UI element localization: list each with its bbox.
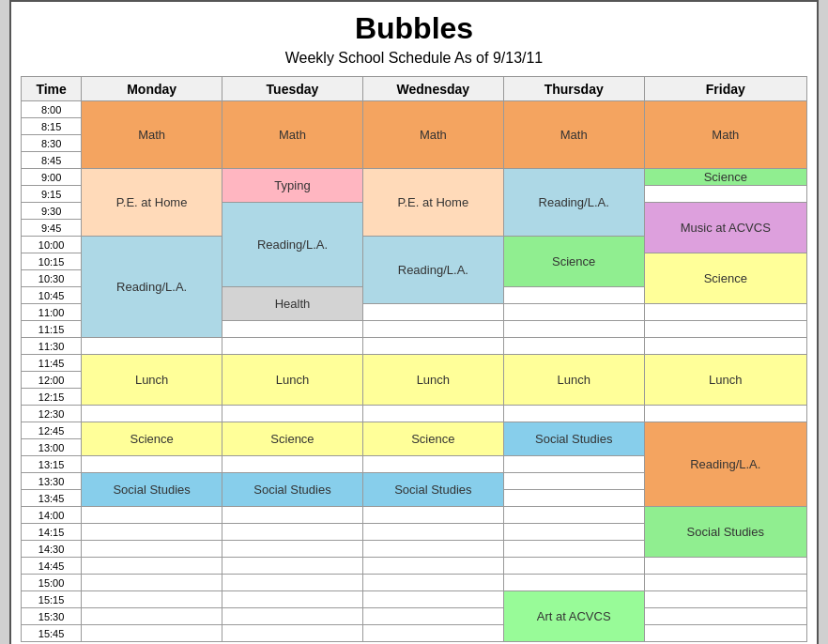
lunch-thursday: Lunch	[503, 355, 644, 406]
art-thursday: Art at ACVCS	[503, 591, 644, 642]
table-row: 11:30	[22, 338, 807, 355]
music-friday: Music at ACVCS	[644, 203, 806, 253]
science-wednesday: Science	[362, 422, 503, 456]
reading-monday: Reading/L.A.	[82, 237, 222, 338]
lunch-friday: Lunch	[644, 355, 806, 406]
col-tuesday: Tuesday	[222, 77, 363, 101]
science-monday: Science	[82, 422, 222, 456]
science-friday-1015: Science	[644, 253, 806, 304]
social-wednesday: Social Studies	[362, 473, 503, 507]
col-thursday: Thursday	[503, 77, 644, 101]
table-row: 9:00 P.E. at Home Typing P.E. at Home Re…	[22, 169, 807, 186]
table-row: 14:00 Social Studies	[22, 507, 807, 524]
science-thursday: Science	[503, 237, 644, 287]
table-row: 11:45 Lunch Lunch Lunch Lunch Lunch	[22, 355, 807, 372]
col-time: Time	[22, 77, 82, 101]
table-row: 15:30	[22, 608, 807, 625]
math-wednesday: Math	[362, 101, 503, 169]
table-row: 14:45	[22, 558, 807, 575]
social-friday: Social Studies	[644, 507, 806, 558]
lunch-tuesday: Lunch	[222, 355, 363, 406]
page-subtitle: Weekly School Schedule As of 9/13/11	[21, 50, 807, 67]
pe-wednesday: P.E. at Home	[362, 169, 503, 237]
table-row: 12:45 Science Science Science Social Stu…	[22, 422, 807, 439]
social-monday: Social Studies	[82, 473, 222, 507]
page: Bubbles Weekly School Schedule As of 9/1…	[9, 0, 819, 644]
reading-friday: Reading/L.A.	[644, 422, 806, 507]
math-monday: Math	[82, 101, 222, 169]
col-friday: Friday	[644, 77, 806, 101]
table-row: 15:00	[22, 575, 807, 591]
health-tuesday: Health	[222, 287, 363, 321]
reading-tuesday: Reading/L.A.	[222, 203, 363, 287]
pe-monday: P.E. at Home	[82, 169, 222, 237]
reading-wednesday: Reading/L.A.	[362, 237, 503, 304]
social-tuesday: Social Studies	[222, 473, 363, 507]
lunch-wednesday: Lunch	[362, 355, 503, 406]
table-row: 15:15 Art at ACVCS	[22, 591, 807, 608]
science-tuesday: Science	[222, 422, 363, 456]
table-row: 8:00 Math Math Math Math Math	[22, 101, 807, 118]
col-wednesday: Wednesday	[362, 77, 503, 101]
math-thursday: Math	[503, 101, 644, 169]
lunch-monday: Lunch	[82, 355, 222, 406]
reading-thursday: Reading/L.A.	[503, 169, 644, 237]
schedule-table: Time Monday Tuesday Wednesday Thursday F…	[21, 76, 807, 642]
science-friday-900: Science	[644, 169, 806, 186]
typing-tuesday: Typing	[222, 169, 363, 203]
col-monday: Monday	[82, 77, 222, 101]
table-row: 12:30	[22, 406, 807, 422]
table-row: 15:45	[22, 625, 807, 642]
math-tuesday: Math	[222, 101, 363, 169]
page-title: Bubbles	[21, 11, 807, 46]
math-friday: Math	[644, 101, 806, 169]
social-thursday: Social Studies	[503, 422, 644, 456]
